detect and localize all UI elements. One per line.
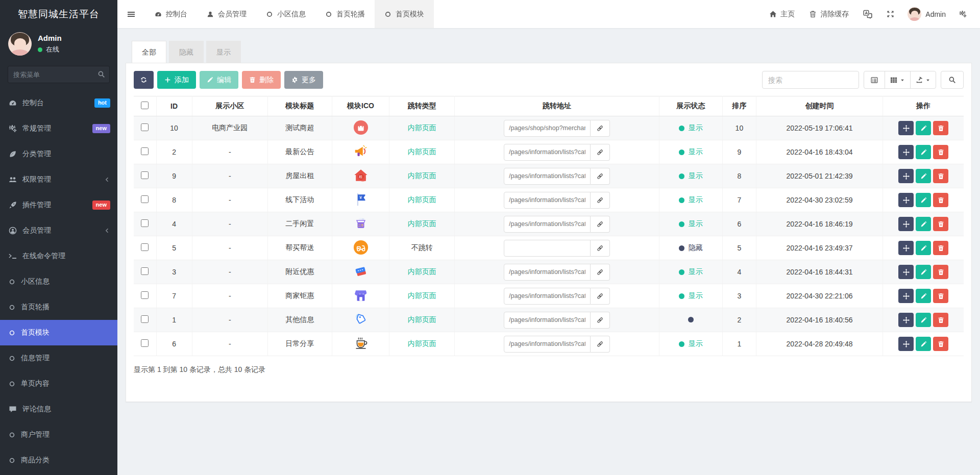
home-link[interactable]: 主页 [763,0,801,28]
sidebar-item-2[interactable]: 常规管理new [0,116,117,141]
edit-button[interactable]: 编辑 [200,71,238,89]
row-drag-button[interactable] [898,313,914,327]
link-button[interactable] [591,192,610,209]
row-delete-button[interactable] [933,217,948,231]
column-header-title[interactable]: 模块标题 [267,96,332,116]
more-button[interactable]: 更多 [284,71,323,89]
delete-button[interactable]: 删除 [242,71,281,89]
row-edit-button[interactable] [916,337,931,351]
row-delete-button[interactable] [933,313,948,327]
columns-button[interactable] [885,71,911,89]
row-delete-button[interactable] [933,289,948,303]
sidebar-toggle-button[interactable] [117,0,145,28]
row-drag-button[interactable] [898,169,914,183]
row-checkbox[interactable] [141,315,149,323]
row-delete-button[interactable] [933,169,948,183]
jump-url-input[interactable] [504,240,591,257]
sidebar-item-15[interactable]: 商品分类 [0,447,117,473]
row-drag-button[interactable] [898,241,914,255]
row-delete-button[interactable] [933,193,948,207]
clear-cache-link[interactable]: 清除缓存 [803,0,855,28]
user-avatar[interactable] [8,32,32,56]
column-header-jump-type[interactable]: 跳转类型 [389,96,455,116]
language-button[interactable] [857,0,878,28]
row-checkbox[interactable] [141,291,149,299]
row-drag-button[interactable] [898,145,914,159]
row-edit-button[interactable] [916,193,931,207]
row-delete-button[interactable] [933,337,948,351]
sidebar-item-4[interactable]: 权限管理 [0,167,117,192]
row-delete-button[interactable] [933,145,948,159]
jump-url-input[interactable] [504,216,591,233]
filter-tab-2[interactable]: 隐藏 [169,41,204,63]
row-edit-button[interactable] [916,289,931,303]
row-edit-button[interactable] [916,313,931,327]
filter-tab-1[interactable]: 全部 [132,41,166,63]
jump-url-input[interactable] [504,288,591,305]
row-edit-button[interactable] [916,169,931,183]
link-button[interactable] [591,240,610,257]
link-button[interactable] [591,312,610,329]
column-header-id[interactable]: ID [156,96,192,116]
jump-url-input[interactable] [504,312,591,329]
sidebar-item-7[interactable]: 在线命令管理 [0,243,117,269]
sidebar-item-1[interactable]: 控制台hot [0,90,117,116]
sidebar-item-14[interactable]: 商户管理 [0,422,117,447]
jump-url-input[interactable] [504,336,591,353]
sidebar-item-9[interactable]: 首页轮播 [0,294,117,320]
status-badge[interactable]: 显示 [679,195,703,205]
status-badge[interactable] [688,317,694,322]
row-edit-button[interactable] [916,217,931,231]
detail-view-button[interactable] [864,71,885,89]
row-checkbox[interactable] [141,339,149,347]
row-delete-button[interactable] [933,121,948,135]
status-badge[interactable]: 显示 [679,171,703,181]
jump-url-input[interactable] [504,264,591,281]
status-badge[interactable]: 显示 [679,123,703,133]
topnav-tab-5[interactable]: 首页模块 [375,0,434,28]
filter-tab-3[interactable]: 显示 [206,41,241,63]
link-button[interactable] [591,336,610,353]
row-checkbox[interactable] [141,123,149,131]
row-checkbox[interactable] [141,195,149,203]
search-submit-button[interactable] [941,71,964,89]
link-button[interactable] [591,120,610,137]
row-edit-button[interactable] [916,121,931,135]
select-all-checkbox[interactable] [141,102,149,109]
row-delete-button[interactable] [933,265,948,279]
navbar-user-menu[interactable]: Admin [902,7,951,21]
export-button[interactable] [910,71,936,89]
row-drag-button[interactable] [898,265,914,279]
status-badge[interactable]: 显示 [679,291,703,301]
row-drag-button[interactable] [898,337,914,351]
row-drag-button[interactable] [898,121,914,135]
row-edit-button[interactable] [916,145,931,159]
sidebar-item-6[interactable]: 会员管理 [0,218,117,243]
column-header-status[interactable]: 展示状态 [659,96,722,116]
jump-url-input[interactable] [504,144,591,161]
settings-button[interactable] [953,0,973,28]
row-checkbox[interactable] [141,219,149,227]
column-header-ico[interactable]: 模块ICO [332,96,389,116]
column-header-created[interactable]: 创建时间 [756,96,883,116]
table-search-input[interactable] [762,71,859,89]
fullscreen-button[interactable] [880,0,900,28]
topnav-tab-2[interactable]: 会员管理 [197,0,256,28]
jump-url-input[interactable] [504,192,591,209]
row-drag-button[interactable] [898,289,914,303]
status-badge[interactable]: 显示 [679,147,703,157]
row-drag-button[interactable] [898,193,914,207]
link-button[interactable] [591,144,610,161]
status-badge[interactable]: 显示 [679,219,703,229]
status-badge[interactable]: 显示 [679,339,703,348]
topnav-tab-3[interactable]: 小区信息 [256,0,315,28]
sidebar-item-5[interactable]: 插件管理new [0,192,117,218]
link-button[interactable] [591,168,610,185]
sidebar-search-input[interactable] [8,66,110,83]
link-button[interactable] [591,288,610,305]
column-header-community[interactable]: 展示小区 [192,96,267,116]
row-drag-button[interactable] [898,217,914,231]
jump-url-input[interactable] [504,168,591,185]
sidebar-item-3[interactable]: 分类管理 [0,141,117,167]
row-checkbox[interactable] [141,147,149,155]
